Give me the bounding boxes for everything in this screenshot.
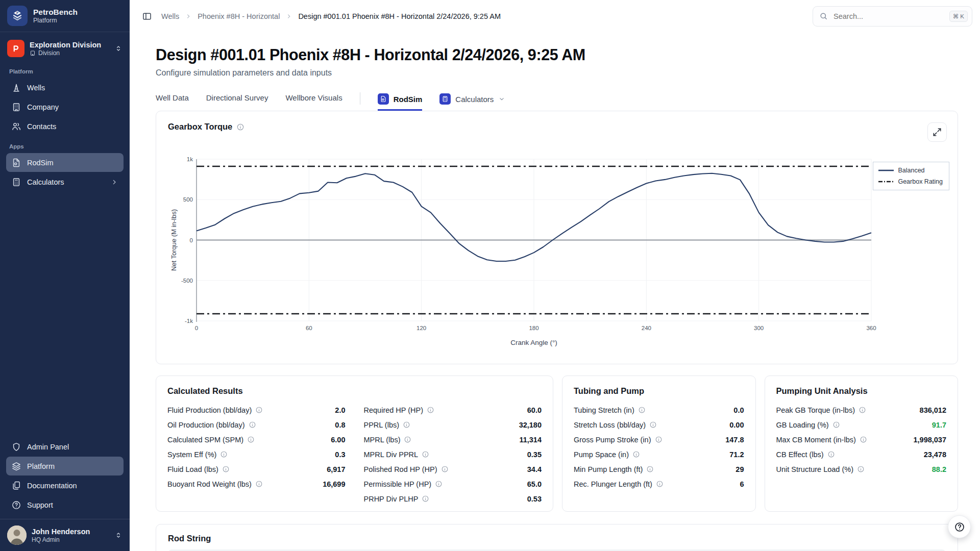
chevrons-up-down-icon [114, 44, 122, 53]
sidebar-item-admin-panel[interactable]: Admin Panel [6, 437, 124, 456]
stat-label-text: Permissible HP (HP) [364, 480, 432, 488]
svg-text:0: 0 [195, 325, 198, 331]
info-icon[interactable] [236, 123, 244, 131]
info-icon[interactable] [441, 465, 449, 473]
info-icon[interactable] [656, 480, 664, 488]
chevron-right-icon [285, 13, 292, 20]
users-icon [11, 121, 21, 132]
svg-text:P: P [16, 11, 18, 15]
sidebar-item-platform[interactable]: Platform [6, 457, 124, 475]
info-icon[interactable] [427, 406, 434, 414]
sidebar-toggle-icon[interactable] [141, 10, 153, 22]
stat-label-text: CB Effect (lbs) [776, 450, 824, 459]
tab-calculators[interactable]: Calculators [439, 90, 505, 111]
stat-value: 16,699 [323, 480, 345, 488]
stat-value: 23,478 [924, 450, 946, 459]
legend-label: Gearbox Rating [898, 178, 943, 185]
info-icon[interactable] [860, 436, 867, 443]
sidebar-item-label: Wells [27, 84, 45, 92]
rod-string-card: Rod String [156, 524, 958, 551]
sidebar-item-label: RodSim [27, 159, 54, 167]
sidebar-nav: PlatformWellsCompanyContactsAppsRodSimCa… [0, 61, 130, 192]
stat-row: Max CB Moment (in-lbs)1,998,037 [776, 432, 947, 447]
tab-rodsim[interactable]: RodSim [378, 90, 423, 111]
sidebar-item-contacts[interactable]: Contacts [6, 117, 124, 136]
page-title: Design #001.01 Phoenix #8H - Horizontal … [156, 46, 958, 64]
search-box[interactable]: ⌘ K [813, 6, 972, 27]
panel-columns: Peak GB Torque (in-lbs)836,012GB Loading… [776, 403, 947, 477]
calculator-icon [11, 177, 21, 187]
app-root: P PetroBench Platform Exploration Divisi… [0, 0, 980, 551]
info-icon[interactable] [649, 421, 657, 429]
info-icon[interactable] [220, 450, 228, 458]
fullscreen-icon[interactable] [927, 122, 947, 142]
info-icon[interactable] [222, 465, 230, 473]
user-menu[interactable]: John Henderson HQ Admin [0, 519, 130, 551]
search-input[interactable] [832, 12, 945, 21]
stat-value: 1,998,037 [913, 436, 946, 444]
chevrons-up-down-icon [114, 531, 122, 539]
org-switcher[interactable]: Exploration Division Division [0, 32, 130, 61]
panel-column: Peak GB Torque (in-lbs)836,012GB Loading… [776, 403, 947, 477]
info-icon[interactable] [655, 436, 663, 443]
info-icon[interactable] [857, 465, 865, 473]
stat-row: Oil Production (bbl/day)0.8 [167, 417, 346, 432]
panel-column: Tubing Stretch (in)0.0Stretch Loss (bbl/… [574, 403, 744, 491]
breadcrumb-wells[interactable]: Wells [161, 12, 179, 20]
panel-columns: Fluid Production (bbl/day)2.0Oil Product… [167, 403, 542, 506]
stat-row: Permissible HP (HP)65.0 [364, 477, 542, 491]
help-button[interactable] [948, 515, 971, 538]
legend-line-solid [878, 169, 894, 171]
sidebar-item-company[interactable]: Company [6, 97, 124, 116]
stat-row: GB Loading (%)91.7 [776, 417, 947, 432]
stat-value: 60.0 [527, 406, 542, 414]
main-area: Wells Phoenix #8H - Horizontal Design #0… [130, 0, 980, 551]
breadcrumb-well[interactable]: Phoenix #8H - Horizontal [198, 12, 280, 20]
tab-wellbore-visuals[interactable]: Wellbore Visuals [285, 90, 342, 108]
info-icon[interactable] [827, 450, 835, 458]
info-icon[interactable] [646, 465, 654, 473]
info-icon[interactable] [247, 436, 255, 443]
stat-label: MPRL (lbs) [364, 436, 412, 444]
tab-directional-survey[interactable]: Directional Survey [206, 90, 268, 108]
svg-text:Net Torque (M in-lbs): Net Torque (M in-lbs) [170, 209, 178, 271]
tab-well-data[interactable]: Well Data [156, 90, 189, 108]
stat-label: Fluid Production (bbl/day) [167, 406, 263, 414]
info-icon[interactable] [422, 495, 429, 503]
info-icon[interactable] [404, 436, 411, 443]
stat-row: Rec. Plunger Length (ft)6 [574, 477, 744, 491]
info-icon[interactable] [435, 480, 443, 488]
panel-pumping-unit-analysis: Pumping Unit AnalysisPeak GB Torque (in-… [765, 375, 959, 512]
info-icon[interactable] [859, 406, 866, 414]
sidebar-item-rodsim[interactable]: RodSim [6, 153, 124, 172]
building-icon [11, 102, 21, 112]
panel-calculated-results: Calculated ResultsFluid Production (bbl/… [156, 375, 553, 512]
stat-row: Stretch Loss (bbl/day)0.00 [574, 417, 744, 432]
sidebar-item-wells[interactable]: Wells [6, 78, 124, 97]
info-icon[interactable] [638, 406, 646, 414]
stat-row: Tubing Stretch (in)0.0 [574, 403, 744, 417]
brand-header: P PetroBench Platform [0, 0, 130, 32]
help-icon [11, 500, 21, 510]
sidebar-item-documentation[interactable]: Documentation [6, 476, 124, 495]
legend-label: Balanced [898, 167, 924, 174]
tab-label: RodSim [394, 95, 423, 104]
info-icon[interactable] [255, 480, 263, 488]
sidebar-item-support[interactable]: Support [6, 495, 124, 514]
rodsim-app-icon [378, 93, 389, 105]
stat-row: Unit Structure Load (%)88.2 [776, 462, 947, 477]
info-icon[interactable] [422, 450, 429, 458]
calculator-app-icon [439, 93, 451, 105]
info-icon[interactable] [832, 421, 840, 429]
stat-row: System Eff (%)0.3 [167, 447, 346, 462]
info-icon[interactable] [249, 421, 256, 429]
stat-label: Max CB Moment (in-lbs) [776, 436, 867, 444]
brand-subtitle: Platform [33, 17, 78, 24]
info-icon[interactable] [632, 450, 640, 458]
sidebar-item-label: Company [27, 103, 59, 111]
info-icon[interactable] [255, 406, 263, 414]
stat-value: 88.2 [932, 465, 946, 473]
sidebar-item-calculators[interactable]: Calculators [6, 172, 124, 191]
sidebar-section-label: Apps [9, 143, 120, 149]
info-icon[interactable] [403, 421, 410, 429]
